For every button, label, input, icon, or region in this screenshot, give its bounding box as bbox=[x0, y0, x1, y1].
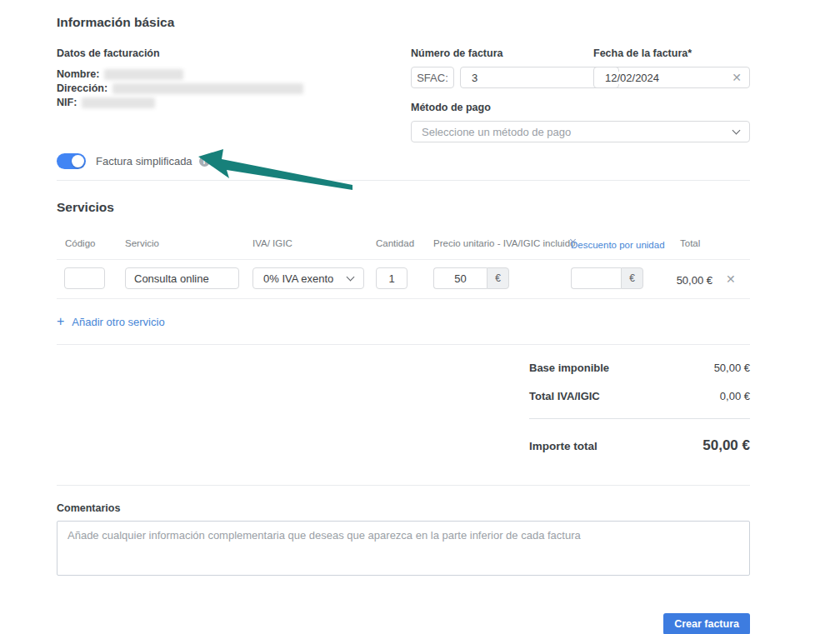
invoice-date-label: Fecha de la factura* bbox=[593, 47, 750, 59]
plus-icon: + bbox=[57, 315, 64, 328]
col-header-total: Total bbox=[680, 238, 700, 248]
info-icon[interactable]: i bbox=[199, 156, 210, 167]
servicio-input[interactable] bbox=[125, 267, 239, 289]
billing-info-block: Datos de facturación Nombre: Dirección: … bbox=[57, 47, 411, 142]
page-title: Información básica bbox=[57, 15, 750, 30]
importe-total-label: Importe total bbox=[529, 440, 598, 452]
toggle-knob bbox=[72, 155, 84, 167]
divider bbox=[529, 418, 750, 419]
col-header-codigo: Código bbox=[65, 238, 95, 248]
services-section-title: Servicios bbox=[57, 200, 750, 215]
row-total-value: 50,00 € bbox=[640, 274, 712, 287]
create-invoice-button[interactable]: Crear factura bbox=[663, 613, 750, 634]
total-iva-row: Total IVA/IGIC 0,00 € bbox=[529, 390, 750, 402]
chevron-down-icon bbox=[347, 272, 355, 281]
payment-method-label: Método de pago bbox=[411, 102, 750, 113]
redacted-address-value bbox=[112, 83, 303, 94]
comments-label: Comentarios bbox=[57, 502, 750, 514]
col-header-precio: Precio unitario - IVA/IGIC incluido bbox=[433, 238, 575, 248]
col-header-servicio: Servicio bbox=[125, 238, 159, 248]
service-row: 0% IVA exento € € 50,00 € ✕ bbox=[57, 260, 750, 299]
codigo-input[interactable] bbox=[64, 267, 105, 289]
importe-total-row: Importe total 50,00 € bbox=[529, 437, 750, 454]
importe-total-value: 50,00 € bbox=[702, 437, 750, 454]
divider bbox=[57, 344, 750, 345]
invoice-date-input[interactable] bbox=[605, 72, 732, 84]
invoice-number-label: Número de factura bbox=[411, 47, 577, 59]
divider bbox=[57, 180, 750, 181]
address-label: Dirección: bbox=[57, 82, 108, 96]
clear-date-icon[interactable]: ✕ bbox=[732, 72, 742, 83]
invoice-prefix-input[interactable] bbox=[411, 67, 454, 88]
billing-name-line: Nombre: bbox=[57, 67, 411, 82]
simplified-invoice-row: Factura simplificada i bbox=[57, 153, 750, 169]
chevron-down-icon bbox=[732, 126, 741, 134]
invoice-meta-block: Número de factura Fecha de la factura* ✕ bbox=[411, 47, 750, 142]
name-label: Nombre: bbox=[57, 67, 99, 82]
comments-textarea[interactable] bbox=[57, 521, 750, 576]
invoice-form-page: Información básica Datos de facturación … bbox=[0, 0, 840, 634]
redacted-nif-value bbox=[82, 97, 155, 108]
payment-method-select[interactable]: Seleccione un método de pago bbox=[411, 121, 750, 142]
services-table-header: Código Servicio IVA/ IGIC Cantidad Preci… bbox=[57, 237, 750, 260]
precio-input[interactable] bbox=[433, 267, 487, 289]
redacted-name-value bbox=[104, 69, 183, 80]
billing-section-title: Datos de facturación bbox=[57, 47, 411, 59]
base-imponible-value: 50,00 € bbox=[714, 362, 750, 374]
euro-suffix: € bbox=[487, 267, 509, 289]
precio-input-group: € bbox=[433, 267, 509, 289]
invoice-date-field[interactable]: ✕ bbox=[593, 67, 750, 88]
simplified-invoice-toggle[interactable] bbox=[57, 153, 86, 169]
col-header-iva: IVA/ IGIC bbox=[252, 238, 292, 248]
iva-select[interactable]: 0% IVA exento bbox=[252, 267, 364, 289]
divider bbox=[57, 485, 750, 486]
total-iva-value: 0,00 € bbox=[720, 390, 750, 402]
payment-method-placeholder: Seleccione un método de pago bbox=[422, 126, 733, 138]
descuento-input[interactable] bbox=[571, 267, 621, 289]
iva-selected-value: 0% IVA exento bbox=[263, 272, 348, 285]
simplified-invoice-label: Factura simplificada bbox=[96, 155, 192, 167]
add-service-link[interactable]: + Añadir otro servicio bbox=[57, 315, 165, 328]
base-imponible-row: Base imponible 50,00 € bbox=[529, 362, 750, 374]
remove-row-icon[interactable]: ✕ bbox=[726, 273, 736, 285]
base-imponible-label: Base imponible bbox=[529, 362, 609, 374]
descuento-input-group: € bbox=[571, 267, 643, 289]
col-header-cantidad: Cantidad bbox=[376, 238, 414, 248]
cantidad-input[interactable] bbox=[376, 267, 408, 289]
billing-nif-line: NIF: bbox=[57, 96, 411, 110]
totals-block: Base imponible 50,00 € Total IVA/IGIC 0,… bbox=[529, 362, 750, 454]
total-iva-label: Total IVA/IGIC bbox=[529, 390, 600, 402]
billing-address-line: Dirección: bbox=[57, 82, 411, 96]
nif-label: NIF: bbox=[57, 96, 77, 110]
add-service-label: Añadir otro servicio bbox=[72, 316, 164, 328]
top-section: Datos de facturación Nombre: Dirección: … bbox=[57, 47, 750, 142]
